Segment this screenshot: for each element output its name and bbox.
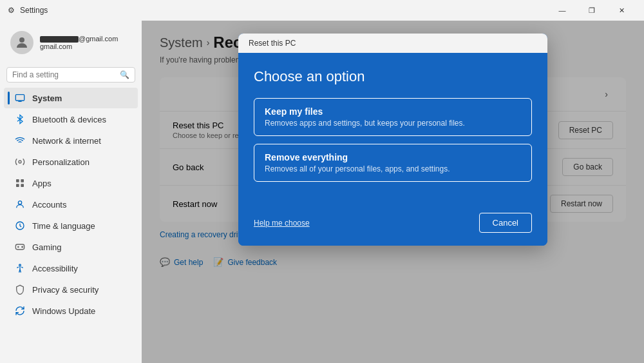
sidebar-item-update[interactable]: Windows Update bbox=[4, 300, 138, 321]
modal-title: Choose an option bbox=[254, 68, 532, 85]
search-input[interactable] bbox=[12, 70, 116, 79]
svg-point-10 bbox=[19, 264, 21, 266]
personalization-icon bbox=[14, 156, 26, 168]
modal-body: Choose an option Keep my files Removes a… bbox=[238, 53, 547, 202]
help-me-choose-link[interactable]: Help me choose bbox=[254, 219, 310, 228]
sidebar: @gmail.com gmail.com 🔍 System Bluetooth … bbox=[0, 21, 142, 363]
accounts-icon bbox=[14, 199, 26, 210]
svg-rect-4 bbox=[21, 179, 24, 182]
sidebar-item-accounts-label: Accounts bbox=[32, 200, 66, 210]
svg-rect-6 bbox=[21, 184, 24, 187]
sidebar-item-apps-label: Apps bbox=[32, 179, 52, 188]
app-container: @gmail.com gmail.com 🔍 System Bluetooth … bbox=[0, 21, 644, 363]
svg-point-7 bbox=[18, 201, 21, 204]
svg-rect-3 bbox=[16, 179, 19, 182]
svg-rect-5 bbox=[16, 184, 19, 187]
sidebar-item-privacy[interactable]: Privacy & security bbox=[4, 279, 138, 300]
time-icon bbox=[14, 220, 26, 231]
sidebar-item-accessibility[interactable]: Accessibility bbox=[4, 258, 138, 279]
user-info: @gmail.com gmail.com bbox=[40, 35, 118, 50]
titlebar: ⚙ Settings — ❐ ✕ bbox=[0, 0, 644, 21]
update-icon bbox=[14, 305, 26, 317]
apps-icon bbox=[14, 177, 26, 189]
modal: Reset this PC Choose an option Keep my f… bbox=[238, 34, 547, 246]
settings-icon: ⚙ bbox=[8, 6, 15, 15]
system-icon bbox=[14, 92, 26, 104]
titlebar-title: Settings bbox=[20, 6, 48, 15]
sidebar-item-personalization[interactable]: Personalization bbox=[4, 152, 138, 172]
sidebar-item-gaming-label: Gaming bbox=[32, 242, 62, 252]
gaming-icon bbox=[14, 241, 26, 253]
svg-rect-1 bbox=[15, 95, 24, 101]
sidebar-item-accounts[interactable]: Accounts bbox=[4, 194, 138, 215]
network-icon bbox=[14, 135, 26, 146]
avatar bbox=[10, 31, 33, 54]
search-icon: 🔍 bbox=[120, 70, 129, 79]
modal-option-keep[interactable]: Keep my files Removes apps and settings,… bbox=[254, 98, 532, 136]
modal-footer: Help me choose Cancel bbox=[238, 202, 547, 246]
modal-option-keep-desc: Removes apps and settings, but keeps you… bbox=[265, 119, 521, 128]
minimize-button[interactable]: — bbox=[547, 0, 577, 21]
sidebar-item-network[interactable]: Network & internet bbox=[4, 130, 138, 151]
sidebar-item-time[interactable]: Time & language bbox=[4, 215, 138, 236]
sidebar-item-bluetooth-label: Bluetooth & devices bbox=[32, 115, 106, 124]
titlebar-controls: — ❐ ✕ bbox=[547, 0, 636, 21]
sidebar-item-network-label: Network & internet bbox=[32, 136, 101, 146]
sidebar-item-accessibility-label: Accessibility bbox=[32, 264, 78, 273]
modal-header: Reset this PC bbox=[238, 34, 547, 53]
sidebar-item-time-label: Time & language bbox=[32, 221, 95, 231]
titlebar-left: ⚙ Settings bbox=[8, 6, 48, 15]
svg-point-0 bbox=[19, 37, 24, 43]
email-sub: gmail.com bbox=[40, 43, 118, 50]
main-content: System › Recovery If you're having probl… bbox=[142, 21, 644, 363]
cancel-button[interactable]: Cancel bbox=[479, 213, 532, 233]
modal-header-label: Reset this PC bbox=[249, 39, 296, 48]
sidebar-item-system[interactable]: System bbox=[4, 88, 138, 108]
close-button[interactable]: ✕ bbox=[607, 0, 636, 21]
modal-option-remove-title: Remove everything bbox=[265, 152, 521, 162]
modal-option-keep-title: Keep my files bbox=[265, 106, 521, 117]
sidebar-item-update-label: Windows Update bbox=[32, 306, 95, 316]
modal-overlay: Reset this PC Choose an option Keep my f… bbox=[142, 21, 644, 363]
svg-point-2 bbox=[19, 161, 21, 163]
sidebar-item-bluetooth[interactable]: Bluetooth & devices bbox=[4, 109, 138, 130]
search-box[interactable]: 🔍 bbox=[6, 67, 135, 83]
modal-option-remove-desc: Removes all of your personal files, apps… bbox=[265, 164, 521, 173]
sidebar-item-privacy-label: Privacy & security bbox=[32, 285, 99, 295]
email-masked bbox=[40, 36, 79, 43]
sidebar-item-system-label: System bbox=[32, 93, 62, 103]
privacy-icon bbox=[14, 284, 26, 295]
restore-button[interactable]: ❐ bbox=[577, 0, 607, 21]
sidebar-item-apps[interactable]: Apps bbox=[4, 173, 138, 193]
accessibility-icon bbox=[14, 262, 26, 274]
modal-option-remove[interactable]: Remove everything Removes all of your pe… bbox=[254, 144, 532, 182]
sidebar-item-gaming[interactable]: Gaming bbox=[4, 237, 138, 257]
sidebar-item-personalization-label: Personalization bbox=[32, 157, 90, 167]
bluetooth-icon bbox=[14, 113, 26, 125]
email-domain: @gmail.com bbox=[79, 35, 118, 43]
user-section: @gmail.com gmail.com bbox=[0, 26, 142, 64]
